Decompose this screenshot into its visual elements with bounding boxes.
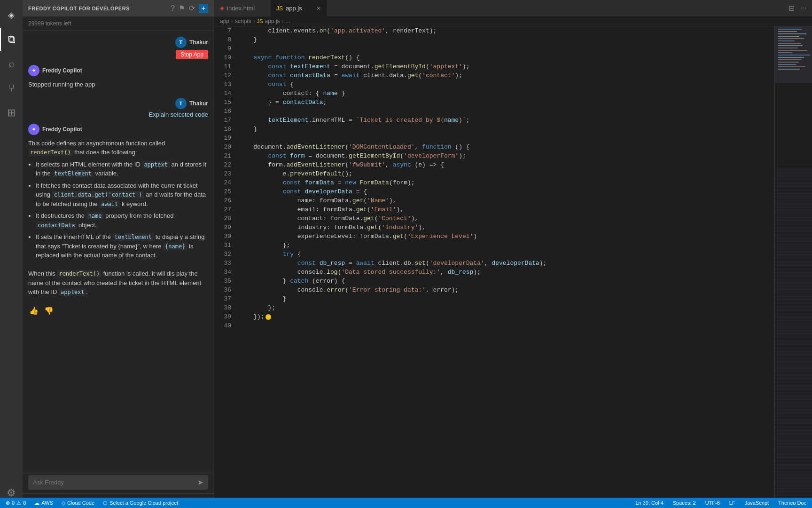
flag-icon[interactable]: ⚑ (179, 4, 185, 13)
status-line-ending[interactable]: LF (727, 498, 737, 508)
cloud-code-label: Cloud Code (67, 500, 94, 506)
position-label: Ln 39, Col 4 (635, 500, 663, 506)
user-avatar-1: T (175, 37, 187, 48)
tab-bar: ◈ index.html JS app.js ✕ ⊟ ··· (214, 0, 812, 16)
freddy-response-2: ✦ Freddy Copilot This code defines an as… (28, 124, 208, 316)
code-line-35: } catch (error) { (239, 277, 774, 286)
code-line-12: const contactData = await client.data.ge… (239, 71, 774, 80)
code-line-17: textElement.innerHTML = `Ticket is creat… (239, 116, 774, 125)
help-icon[interactable]: ? (171, 4, 175, 13)
code-line-16 (239, 107, 774, 116)
code-line-14: contact: { name } (239, 89, 774, 98)
user-avatar-row-1: T Thakur (175, 37, 208, 48)
tab-app-js-label: app.js (286, 5, 302, 12)
code-line-34: console.log('Data stored successfully:',… (239, 268, 774, 277)
code-line-20: document.addEventListener('DOMContentLoa… (239, 143, 774, 151)
minimap-thumb (774, 26, 812, 508)
code-line-33: const db_resp = await client.db.set('dev… (239, 259, 774, 268)
tab-app-js[interactable]: JS app.js ✕ (271, 0, 327, 16)
status-schema[interactable]: Theneo Doc (776, 498, 808, 508)
code-line-26: name: formData.get('Name'), (239, 196, 774, 205)
activity-bar-search[interactable]: ⌕ (0, 53, 23, 75)
status-language[interactable]: JavaScript (743, 498, 771, 508)
code-line-37: } (239, 294, 774, 303)
activity-bar: ◈ ⧉ ⌕ ⑂ ⊞ ⚙ (0, 0, 23, 508)
breadcrumb-ellipsis[interactable]: ... (286, 18, 290, 24)
code-line-9 (239, 44, 774, 53)
breadcrumb-scripts[interactable]: scripts (235, 18, 251, 24)
freddy-response-1: ✦ Freddy Copilot Stopped running the app (28, 65, 208, 92)
freddy-name-1: Freddy Copilot (42, 67, 82, 74)
line-numbers: 7 8 9 10 11 12 13 14 15 16 17 18 19 20 2… (214, 26, 237, 508)
activity-bar-extensions[interactable]: ⊞ (0, 102, 23, 124)
ask-input-container: ➤ (28, 475, 208, 490)
thumbs-up-button[interactable]: 👍 (28, 305, 39, 316)
tab-index-html[interactable]: ◈ index.html (214, 0, 271, 16)
code-editor[interactable]: 7 8 9 10 11 12 13 14 15 16 17 18 19 20 2… (214, 26, 812, 508)
code-line-23: e.preventDefault(); (239, 169, 774, 178)
split-editor-button[interactable]: ⊟ (787, 3, 796, 14)
status-bar: ⊗ 0 ⚠ 0 ☁ AWS ◇ Cloud Code ⬡ Select a Go… (0, 498, 812, 508)
freddy-explanation-text: This code defines an asynchronous functi… (28, 139, 208, 300)
cursor-dot (265, 314, 271, 320)
ask-freddy-input[interactable] (33, 479, 194, 486)
breadcrumb-app[interactable]: app (220, 18, 229, 24)
thumbs-down-button[interactable]: 👎 (43, 305, 55, 316)
breadcrumb: app › scripts › JS app.js › ... (214, 16, 812, 26)
ask-input-area: ➤ (23, 471, 214, 493)
spaces-label: Spaces: 2 (673, 500, 696, 506)
code-line-24: const formData = new FormData(form); (239, 178, 774, 187)
schema-label: Theneo Doc (778, 500, 806, 506)
feedback-row: 👍 👎 (28, 303, 208, 316)
encoding-label: UTF-8 (705, 500, 720, 506)
line-ending-label: LF (729, 500, 735, 506)
breadcrumb-appjs[interactable]: app.js (265, 18, 280, 24)
more-actions-button[interactable]: ··· (798, 3, 808, 13)
freddy-name-2: Freddy Copilot (42, 126, 82, 133)
status-bar-left: ⊗ 0 ⚠ 0 ☁ AWS ◇ Cloud Code ⬡ Select a Go… (4, 498, 180, 508)
sidebar-panel: FREDDY COPILOT FOR DEVELOPERS ? ⚑ ⟳ + 29… (23, 0, 214, 508)
user-message-2: T Thakur Explain selected code (28, 98, 208, 118)
code-line-13: const { (239, 80, 774, 89)
language-label: JavaScript (745, 500, 769, 506)
code-line-39: }); (239, 312, 774, 321)
status-gcp-project[interactable]: ⬡ Select a Google Cloud project (101, 498, 180, 508)
gcp-project-label: Select a Google Cloud project (109, 500, 178, 506)
user-name-1: Thakur (189, 39, 208, 46)
sidebar-header-icons: ? ⚑ ⟳ + (171, 4, 208, 13)
freddy-avatar-1: ✦ (28, 65, 39, 76)
status-aws[interactable]: ☁ AWS (32, 498, 55, 508)
svg-rect-19 (774, 26, 812, 83)
code-line-36: console.error('Error storing data:', err… (239, 286, 774, 294)
html-file-icon: ◈ (220, 5, 224, 11)
aws-label: AWS (41, 500, 53, 506)
code-line-7: client.events.on('app.activated', render… (239, 26, 774, 35)
breadcrumb-js-icon: JS (257, 18, 263, 24)
code-line-28: contact: formData.get('Contact'), (239, 214, 774, 223)
activity-bar-scm[interactable]: ⑂ (0, 77, 23, 100)
code-line-19 (239, 134, 774, 143)
activity-bar-logo[interactable]: ◈ (0, 4, 23, 26)
sidebar-header: FREDDY COPILOT FOR DEVELOPERS ? ⚑ ⟳ + (23, 0, 214, 16)
status-position[interactable]: Ln 39, Col 4 (633, 498, 665, 508)
activity-bar-explorer[interactable]: ⧉ (0, 28, 23, 51)
stop-app-button[interactable]: Stop App (176, 50, 208, 59)
code-line-30: experienceLevel: formData.get('Experienc… (239, 232, 774, 241)
code-line-18: } (239, 125, 774, 134)
history-icon[interactable]: ⟳ (189, 4, 195, 13)
sidebar-title: FREDDY COPILOT FOR DEVELOPERS (28, 6, 130, 11)
minimap-svg (774, 26, 812, 167)
ask-send-button[interactable]: ➤ (197, 478, 203, 487)
chat-content: T Thakur Stop App ✦ Freddy Copilot Stopp… (23, 31, 214, 471)
status-encoding[interactable]: UTF-8 (703, 498, 722, 508)
status-errors[interactable]: ⊗ 0 ⚠ 0 (4, 498, 28, 508)
tokens-info: 29999 tokens left (23, 16, 214, 31)
new-conversation-button[interactable]: + (199, 4, 208, 13)
tab-close-button[interactable]: ✕ (316, 5, 321, 12)
user-action-2: Explain selected code (149, 111, 208, 118)
status-spaces[interactable]: Spaces: 2 (671, 498, 698, 508)
code-line-40 (239, 321, 774, 330)
status-cloud-code[interactable]: ◇ Cloud Code (60, 498, 96, 508)
user-name-2: Thakur (189, 100, 208, 107)
tab-index-html-label: index.html (227, 5, 255, 12)
